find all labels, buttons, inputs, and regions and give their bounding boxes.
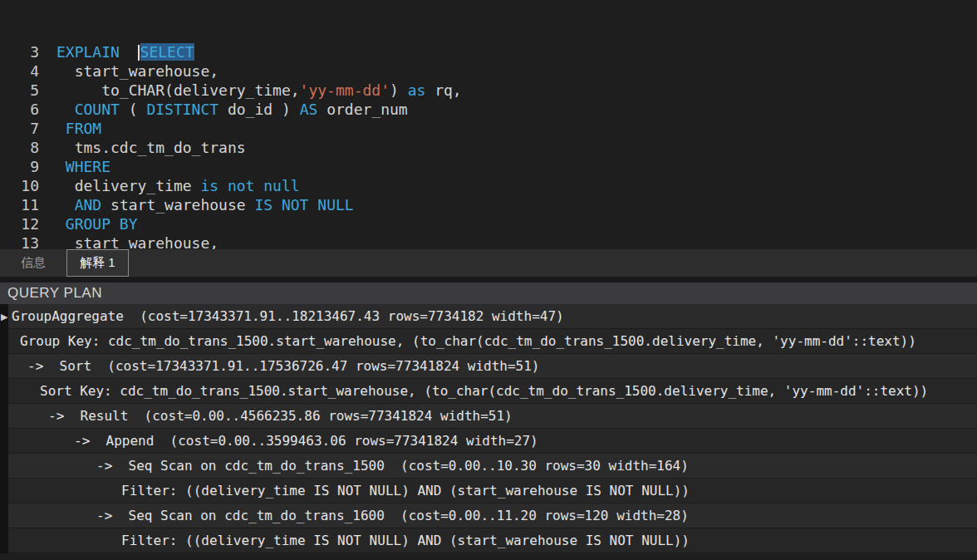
plan-row-text: Filter: ((delivery_time IS NOT NULL) AND… xyxy=(0,533,690,548)
sql-text xyxy=(56,215,66,233)
plan-row-text: -> Seq Scan on cdc_tm_do_trans_1500 (cos… xyxy=(0,458,689,474)
code-line[interactable]: 11 AND start_warehouse IS NOT NULL xyxy=(0,195,977,214)
code-text: start_warehouse, xyxy=(39,233,218,249)
code-line[interactable]: 6 COUNT ( DISTINCT do_id ) AS order_num xyxy=(0,100,977,119)
plan-row-text: -> Result (cost=0.00..4566235.86 rows=77… xyxy=(0,408,513,424)
sql-keyword: EXPLAIN xyxy=(56,43,120,61)
sql-string: 'yy-mm-dd' xyxy=(300,81,390,99)
sql-text: start_warehouse, xyxy=(56,62,218,80)
plan-row-text: -> Sort (cost=17343371.91..17536726.47 r… xyxy=(0,358,540,374)
plan-row[interactable]: Filter: ((delivery_time IS NOT NULL) AND… xyxy=(0,479,977,504)
line-number: 3 xyxy=(0,42,39,61)
sql-keyword: DISTINCT xyxy=(146,101,218,118)
code-text: to_CHAR(delivery_time,'yy-mm-dd') as rq, xyxy=(39,81,462,100)
code-text: FROM xyxy=(39,119,101,138)
line-number: 8 xyxy=(0,138,39,157)
line-number: 5 xyxy=(0,81,39,100)
plan-rows-container: ▶GroupAggregate (cost=17343371.91..18213… xyxy=(0,304,977,553)
code-line[interactable]: 8 tms.cdc_tm_do_trans xyxy=(0,138,977,157)
plan-row-text: -> Append (cost=0.00..3599463.06 rows=77… xyxy=(0,433,538,449)
tab-info[interactable]: 信息 xyxy=(8,249,58,277)
query-plan-title: QUERY PLAN xyxy=(7,285,102,302)
line-number: 11 xyxy=(0,195,39,214)
plan-row[interactable]: -> Seq Scan on cdc_tm_do_trans_1500 (cos… xyxy=(0,454,977,479)
sql-text: rq, xyxy=(425,81,461,99)
line-number: 6 xyxy=(0,100,39,119)
plan-row[interactable]: ▶GroupAggregate (cost=17343371.91..18213… xyxy=(0,304,977,329)
plan-row[interactable]: -> Append (cost=0.00..3599463.06 rows=77… xyxy=(0,429,977,454)
line-number: 7 xyxy=(0,119,39,138)
plan-row-text: GroupAggregate (cost=17343371.91..182134… xyxy=(0,308,564,324)
current-row-marker-icon: ▶ xyxy=(1,311,7,322)
sql-keyword: GROUP BY xyxy=(66,215,138,233)
sql-keyword: IS NOT NULL xyxy=(254,196,353,214)
code-line[interactable]: 13 start_warehouse, xyxy=(0,233,977,249)
code-text: WHERE xyxy=(39,157,110,176)
line-number: 4 xyxy=(0,61,39,81)
code-lines-container: 3EXPLAIN SELECT4 start_warehouse,5 to_CH… xyxy=(0,42,977,249)
sql-editor[interactable]: 3EXPLAIN SELECT4 start_warehouse,5 to_CH… xyxy=(0,0,977,249)
tabs-container: 信息解释 1 xyxy=(0,249,129,277)
code-text: delivery_time is not null xyxy=(39,176,300,195)
sql-keyword: AND xyxy=(75,196,102,214)
code-text: EXPLAIN SELECT xyxy=(39,42,194,61)
code-line[interactable]: 10 delivery_time is not null xyxy=(0,176,977,195)
sql-text xyxy=(56,120,66,137)
plan-row[interactable]: -> Sort (cost=17343371.91..17536726.47 r… xyxy=(0,354,977,379)
sql-text: to_CHAR(delivery_time, xyxy=(56,81,300,99)
tab-explain[interactable]: 解释 1 xyxy=(66,249,129,277)
sql-text: tms.cdc_tm_do_trans xyxy=(56,139,246,156)
code-text: COUNT ( DISTINCT do_id ) AS order_num xyxy=(39,100,408,119)
code-line[interactable]: 3EXPLAIN SELECT xyxy=(0,42,977,61)
code-text: GROUP BY xyxy=(39,214,138,233)
sql-keyword: FROM xyxy=(66,120,101,137)
plan-row[interactable]: Filter: ((delivery_time IS NOT NULL) AND… xyxy=(0,528,977,553)
plan-row-text: Group Key: cdc_tm_do_trans_1500.start_wa… xyxy=(0,333,916,349)
sql-text: order_num xyxy=(317,101,407,118)
sql-text: delivery_time xyxy=(56,177,200,194)
code-line[interactable]: 12 GROUP BY xyxy=(0,214,977,233)
plan-row[interactable]: -> Seq Scan on cdc_tm_do_trans_1600 (cos… xyxy=(0,504,977,528)
sql-keyword: WHERE xyxy=(66,158,110,175)
sql-text: ) xyxy=(390,81,408,99)
sql-text: start_warehouse xyxy=(101,196,254,214)
code-line[interactable]: 5 to_CHAR(delivery_time,'yy-mm-dd') as r… xyxy=(0,81,977,100)
code-line[interactable]: 4 start_warehouse, xyxy=(0,61,977,81)
sql-text: ( xyxy=(120,101,147,118)
query-plan-header: QUERY PLAN xyxy=(0,282,977,304)
line-number: 9 xyxy=(0,157,39,176)
sql-text xyxy=(120,43,138,61)
plan-row[interactable]: Group Key: cdc_tm_do_trans_1500.start_wa… xyxy=(0,329,977,354)
text-cursor-icon xyxy=(138,45,140,61)
code-text: tms.cdc_tm_do_trans xyxy=(39,138,246,157)
sql-text: do_id ) xyxy=(218,101,300,118)
sql-keyword: as xyxy=(408,81,426,99)
sql-keyword: COUNT xyxy=(75,101,120,118)
plan-row-gutter xyxy=(0,304,8,553)
plan-row-text: Filter: ((delivery_time IS NOT NULL) AND… xyxy=(0,483,690,499)
sql-keyword: SELECT xyxy=(140,43,194,61)
panel-divider xyxy=(0,277,977,282)
plan-row-text: Sort Key: cdc_tm_do_trans_1500.start_war… xyxy=(0,383,928,399)
sql-text xyxy=(56,158,66,175)
plan-row-text: -> Seq Scan on cdc_tm_do_trans_1600 (cos… xyxy=(0,508,689,523)
line-number: 13 xyxy=(0,233,39,249)
code-line[interactable]: 9 WHERE xyxy=(0,157,977,176)
code-text: AND start_warehouse IS NOT NULL xyxy=(39,195,354,214)
sql-text: start_warehouse, xyxy=(56,234,218,249)
code-line[interactable]: 7 FROM xyxy=(0,119,977,138)
sql-text xyxy=(56,101,75,118)
sql-keyword: AS xyxy=(300,101,318,118)
line-number: 10 xyxy=(0,176,39,195)
query-plan-tree: ▶GroupAggregate (cost=17343371.91..18213… xyxy=(0,304,977,553)
sql-keyword: is not null xyxy=(200,177,299,194)
plan-row[interactable]: Sort Key: cdc_tm_do_trans_1500.start_war… xyxy=(0,379,977,404)
code-text: start_warehouse, xyxy=(39,61,218,81)
sql-text xyxy=(56,196,75,214)
plan-row[interactable]: -> Result (cost=0.00..4566235.86 rows=77… xyxy=(0,404,977,429)
results-tab-bar: 信息解释 1 xyxy=(0,249,977,277)
line-number: 12 xyxy=(0,214,39,233)
